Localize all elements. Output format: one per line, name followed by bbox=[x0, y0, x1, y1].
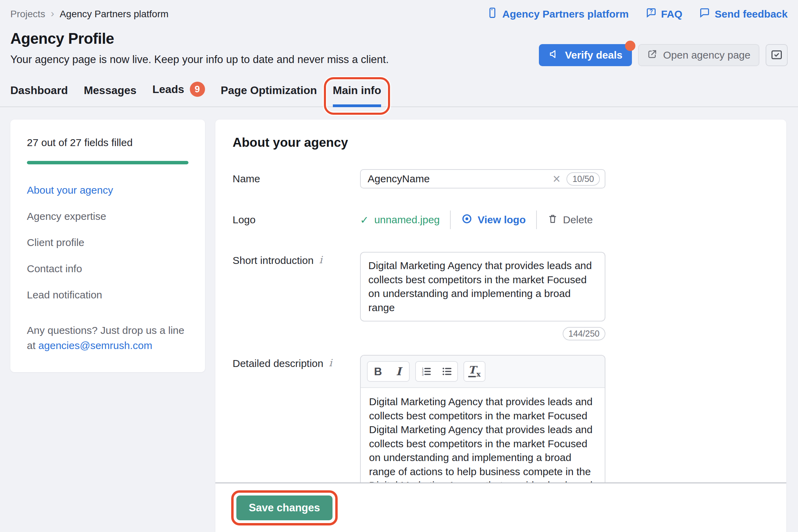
link-send-feedback[interactable]: Send feedback bbox=[699, 7, 788, 21]
device-icon bbox=[487, 7, 498, 21]
ordered-list-button[interactable]: 1 2 3 bbox=[416, 362, 437, 381]
sidebar-item-agency-expertise[interactable]: Agency expertise bbox=[27, 211, 188, 222]
rich-text-editor: B I 1 2 3 bbox=[360, 355, 605, 482]
breadcrumb-projects[interactable]: Projects bbox=[10, 9, 45, 20]
save-changes-button[interactable]: Save changes bbox=[236, 495, 332, 520]
check-icon: ✓ bbox=[360, 214, 369, 226]
about-your-agency-form: About your agency Name × 10/50 Logo bbox=[215, 120, 786, 482]
trash-icon bbox=[547, 213, 558, 227]
header-actions: Verify deals Open agency page bbox=[539, 44, 788, 66]
view-logo-button[interactable]: View logo bbox=[461, 213, 525, 227]
mail-subscription-button[interactable] bbox=[766, 44, 788, 66]
header-links: Agency Partners platform ? FAQ bbox=[487, 7, 788, 21]
envelope-check-icon bbox=[770, 49, 783, 62]
support-email-link[interactable]: agencies@semrush.com bbox=[38, 340, 152, 351]
short-introduction-label: Short introduction bbox=[233, 255, 314, 266]
logo-row: Logo ✓ unnamed.jpeg bbox=[233, 211, 767, 229]
tab-page-optimization[interactable]: Page Optimization bbox=[221, 80, 317, 106]
italic-button[interactable]: I bbox=[388, 362, 409, 381]
profile-progress-sidebar: 27 out of 27 fields filled About your ag… bbox=[10, 120, 205, 372]
page-header: Projects › Agency Partners platform Agen… bbox=[0, 0, 798, 66]
link-faq[interactable]: ? FAQ bbox=[645, 7, 683, 21]
progress-bar-fill bbox=[27, 161, 188, 164]
feedback-bubble-icon bbox=[699, 7, 710, 21]
about-your-agency-card: About your agency Name × 10/50 Logo bbox=[215, 120, 786, 532]
clear-name-icon[interactable]: × bbox=[550, 172, 566, 185]
eye-icon bbox=[461, 213, 473, 227]
tab-leads[interactable]: Leads 9 bbox=[152, 78, 205, 106]
divider bbox=[536, 211, 537, 229]
divider bbox=[450, 211, 451, 229]
progress-bar bbox=[27, 161, 188, 164]
delete-logo-button[interactable]: Delete bbox=[547, 213, 593, 227]
active-tab-underline bbox=[333, 104, 381, 107]
section-nav: About your agency Agency expertise Clien… bbox=[27, 184, 188, 301]
clear-formatting-button[interactable]: T x bbox=[464, 362, 485, 381]
logo-label: Logo bbox=[233, 214, 256, 226]
bold-button[interactable]: B bbox=[368, 362, 388, 381]
tab-main-info[interactable]: Main info bbox=[333, 80, 381, 106]
svg-text:3: 3 bbox=[422, 373, 423, 376]
sidebar-item-lead-notification[interactable]: Lead notification bbox=[27, 289, 188, 301]
name-input-wrap: × 10/50 bbox=[360, 169, 605, 188]
notification-dot bbox=[625, 41, 635, 51]
tab-dashboard[interactable]: Dashboard bbox=[10, 80, 68, 106]
chevron-right-icon: › bbox=[51, 8, 54, 19]
tab-bar: Dashboard Messages Leads 9 Page Optimiza… bbox=[0, 78, 798, 107]
link-agency-partners-platform[interactable]: Agency Partners platform bbox=[487, 7, 629, 21]
red-annotation-ring-save: Save changes bbox=[231, 490, 338, 525]
editor-toolbar: B I 1 2 3 bbox=[361, 356, 605, 388]
short-introduction-textarea[interactable]: Digital Marketing Agency that provides l… bbox=[360, 252, 605, 321]
info-icon[interactable]: i bbox=[319, 254, 322, 266]
tab-messages[interactable]: Messages bbox=[84, 80, 136, 106]
support-note: Any questions? Just drop us a line at ag… bbox=[27, 323, 188, 353]
short-introduction-row: Short introduction i Digital Marketing A… bbox=[233, 252, 767, 340]
name-label: Name bbox=[233, 173, 260, 185]
bullet-list-button[interactable] bbox=[437, 362, 457, 381]
sidebar-item-client-profile[interactable]: Client profile bbox=[27, 237, 188, 248]
svg-text:?: ? bbox=[649, 9, 653, 14]
fields-filled-text: 27 out of 27 fields filled bbox=[27, 137, 188, 149]
leads-count-badge: 9 bbox=[190, 82, 205, 97]
megaphone-icon bbox=[549, 49, 560, 62]
short-introduction-counter: 144/250 bbox=[563, 327, 605, 340]
breadcrumb-current: Agency Partners platform bbox=[60, 9, 168, 20]
open-agency-page-button[interactable]: Open agency page bbox=[638, 44, 759, 66]
external-link-icon bbox=[647, 49, 657, 62]
form-footer: Save changes bbox=[215, 482, 786, 532]
detailed-description-label: Detailed description bbox=[233, 358, 323, 369]
content-area: 27 out of 27 fields filled About your ag… bbox=[0, 107, 798, 532]
faq-bubble-icon: ? bbox=[645, 7, 657, 21]
sidebar-item-about-your-agency[interactable]: About your agency bbox=[27, 184, 188, 196]
logo-file-name: unnamed.jpeg bbox=[374, 214, 440, 226]
detailed-description-textarea[interactable]: Digital Marketing Agency that provides l… bbox=[361, 388, 605, 482]
info-icon[interactable]: i bbox=[329, 357, 332, 369]
agency-profile-page: Projects › Agency Partners platform Agen… bbox=[0, 0, 798, 532]
logo-file: ✓ unnamed.jpeg bbox=[360, 214, 440, 226]
breadcrumb: Projects › Agency Partners platform bbox=[10, 8, 168, 20]
name-row: Name × 10/50 bbox=[233, 169, 767, 188]
verify-deals-button[interactable]: Verify deals bbox=[539, 44, 632, 66]
detailed-description-row: Detailed description i B I bbox=[233, 355, 767, 482]
name-char-counter: 10/50 bbox=[566, 172, 600, 186]
section-heading: About your agency bbox=[233, 135, 767, 150]
name-input[interactable] bbox=[368, 173, 550, 185]
sidebar-item-contact-info[interactable]: Contact info bbox=[27, 263, 188, 275]
